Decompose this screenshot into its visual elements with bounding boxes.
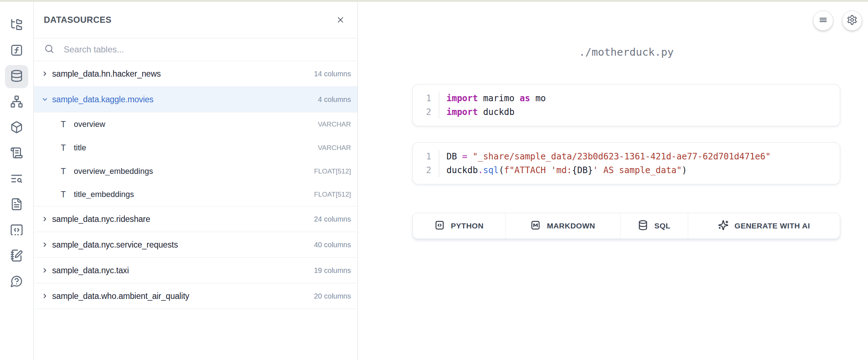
text-type-icon: T — [61, 167, 74, 176]
line-numbers: 12 — [413, 91, 439, 119]
text-type-icon: T — [61, 190, 74, 199]
notebook-pen-icon — [10, 249, 23, 263]
help-chat-icon — [10, 275, 23, 289]
table-search-row — [34, 38, 357, 61]
add-python-label: PYTHON — [451, 222, 484, 230]
add-markdown-label: MARKDOWN — [547, 222, 595, 230]
column-type: FLOAT[512] — [314, 190, 351, 198]
table-row[interactable]: sample_data.who.ambient_air_quality 20 c… — [34, 283, 357, 309]
add-python-cell-button[interactable]: PYTHON — [413, 213, 505, 239]
notebook-menu-button[interactable] — [813, 10, 833, 31]
column-count: 19 columns — [314, 266, 351, 275]
close-icon — [336, 15, 345, 25]
add-sql-label: SQL — [654, 222, 670, 230]
sidebar-item-logs[interactable] — [5, 142, 28, 165]
chevron-right-icon — [41, 215, 52, 223]
table-name: sample_data.kaggle.movies — [52, 95, 318, 104]
sidebar-item-file-explorer[interactable] — [5, 14, 28, 37]
chevron-right-icon — [41, 70, 52, 77]
generate-with-ai-label: GENERATE WITH AI — [734, 222, 810, 230]
sidebar-item-datasources[interactable] — [5, 65, 28, 88]
column-type: VARCHAR — [318, 144, 351, 152]
table-row[interactable]: sample_data.nyc.taxi 19 columns — [34, 258, 357, 283]
folder-tree-icon — [10, 18, 23, 33]
column-count: 24 columns — [314, 215, 351, 223]
column-name: overview — [74, 120, 318, 129]
hamburger-menu-icon — [818, 14, 829, 27]
table-name: sample_data.nyc.rideshare — [52, 214, 314, 224]
markdown-icon — [530, 220, 541, 232]
code-square-icon — [434, 220, 445, 232]
search-tables-input[interactable] — [63, 44, 357, 55]
column-row[interactable]: T overview VARCHAR — [34, 112, 357, 136]
generate-with-ai-button[interactable]: GENERATE WITH AI — [688, 213, 840, 239]
column-name: overview_embeddings — [74, 167, 314, 176]
column-type: FLOAT[512] — [314, 167, 351, 175]
sidebar-item-help-chat[interactable] — [5, 270, 28, 293]
table-row[interactable]: sample_data.nyc.rideshare 24 columns — [34, 206, 357, 232]
column-row[interactable]: T title VARCHAR — [34, 136, 357, 159]
column-row[interactable]: T overview_embeddings FLOAT[512] — [34, 159, 357, 183]
database-icon — [638, 220, 648, 232]
code-lines[interactable]: DB = "_share/sample_data/23b0d623-1361-4… — [439, 150, 771, 177]
table-name: sample_data.hn.hacker_news — [52, 69, 314, 79]
notebook-filename[interactable]: ./motherduck.py — [412, 46, 840, 58]
table-name: sample_data.nyc.taxi — [52, 266, 314, 275]
scroll-text-icon — [10, 146, 23, 161]
column-count: 14 columns — [314, 70, 351, 78]
code-lines[interactable]: import marimo as moimport duckdb — [439, 91, 546, 119]
column-row[interactable]: T title_embeddings FLOAT[512] — [34, 183, 357, 206]
database-icon — [10, 69, 23, 84]
code-cell[interactable]: 12 import marimo as moimport duckdb — [412, 84, 840, 126]
chevron-right-icon — [41, 267, 52, 274]
sidebar-item-packages[interactable] — [5, 116, 28, 140]
text-search-icon — [10, 172, 23, 187]
notebook-area: ./motherduck.py 12 import marimo as moim… — [358, 2, 868, 360]
sidebar-item-documentation[interactable] — [5, 193, 28, 217]
helper-panel-sidebar — [0, 2, 34, 360]
datasources-panel: DATASOURCES sample_data.hn.hacker_news 1… — [34, 2, 358, 360]
table-name: sample_data.who.ambient_air_quality — [52, 291, 314, 301]
table-row-selected[interactable]: sample_data.kaggle.movies 4 columns — [34, 87, 357, 112]
column-count: 40 columns — [314, 241, 351, 249]
datasources-panel-header: DATASOURCES — [34, 2, 357, 38]
marimo-app: DATASOURCES sample_data.hn.hacker_news 1… — [0, 0, 868, 360]
box-icon — [10, 121, 23, 135]
sidebar-item-log-search[interactable] — [5, 168, 28, 191]
column-type: VARCHAR — [318, 120, 351, 128]
snippets-code-icon — [10, 223, 23, 238]
panel-title: DATASOURCES — [44, 15, 111, 25]
column-name: title — [74, 143, 318, 153]
column-count: 20 columns — [314, 292, 351, 300]
close-panel-button[interactable] — [335, 14, 346, 25]
table-row[interactable]: sample_data.hn.hacker_news 14 columns — [34, 61, 357, 87]
line-numbers: 12 — [413, 150, 439, 177]
table-name: sample_data.nyc.service_requests — [52, 240, 314, 250]
chevron-right-icon — [41, 241, 52, 248]
sidebar-item-dependencies[interactable] — [5, 91, 28, 114]
add-sql-cell-button[interactable]: SQL — [621, 213, 688, 239]
search-icon — [44, 44, 54, 55]
settings-button[interactable] — [842, 10, 862, 31]
gear-icon — [847, 14, 858, 27]
column-count: 4 columns — [318, 95, 351, 104]
datasources-table-list: sample_data.hn.hacker_news 14 columns sa… — [34, 61, 357, 360]
column-name: title_embeddings — [74, 190, 314, 199]
text-type-icon: T — [61, 143, 74, 153]
table-row[interactable]: sample_data.nyc.service_requests 40 colu… — [34, 232, 357, 258]
sidebar-item-scratchpad[interactable] — [5, 245, 28, 268]
code-cell[interactable]: 12 DB = "_share/sample_data/23b0d623-136… — [412, 142, 840, 184]
text-type-icon: T — [61, 120, 74, 129]
file-text-icon — [10, 198, 23, 212]
sidebar-item-variables[interactable] — [5, 39, 28, 63]
chevron-right-icon — [41, 292, 52, 300]
network-icon — [10, 95, 23, 110]
add-markdown-cell-button[interactable]: MARKDOWN — [505, 213, 621, 239]
add-cell-toolbar: PYTHON MARKDOWN SQL GENERATE WITH AI — [412, 213, 840, 239]
sidebar-item-snippets[interactable] — [5, 219, 28, 242]
sparkles-icon — [718, 220, 729, 232]
chevron-down-icon — [41, 96, 52, 103]
function-square-icon — [10, 44, 23, 58]
